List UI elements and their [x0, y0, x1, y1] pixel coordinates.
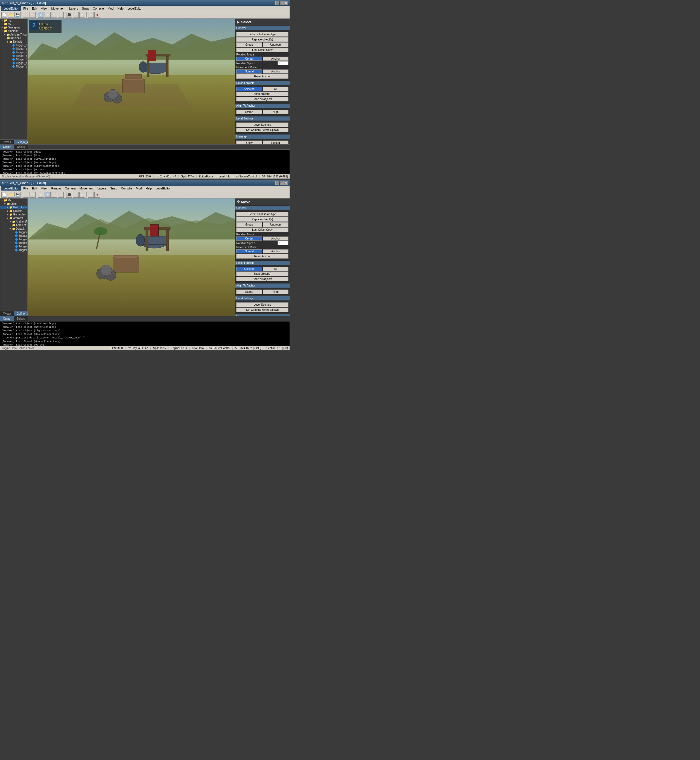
level-settings-btn-2[interactable]: Level Settings [236, 302, 289, 307]
toolbar-undo-1[interactable]: ↩ [23, 12, 29, 18]
toolbar-move-2[interactable]: ✥ [45, 192, 51, 198]
toolbar-new-1[interactable]: 📄 [2, 12, 7, 18]
tree-item[interactable]: ▼📁AmbientE... [0, 36, 27, 40]
tree-item[interactable]: ▼📁Ambient [0, 29, 27, 33]
toolbar-camera-1[interactable]: 🎥 [66, 12, 72, 18]
toolbar-camera-2[interactable]: 🎥 [66, 192, 72, 198]
group-btn-1[interactable]: Group [236, 42, 262, 47]
toolbar-stop-2[interactable]: ■ [94, 192, 100, 198]
tree-item[interactable]: ▼🔷Trigger_birdl_A... [0, 51, 27, 54]
menu-view-1[interactable]: View [39, 6, 49, 11]
normal-radio-1[interactable]: Normal [236, 69, 262, 73]
console-panel-1[interactable]: [Tweaker] Load Object (Road)[Tweaker] Lo… [0, 150, 289, 174]
debug-tab-1[interactable]: Debug [14, 145, 28, 149]
menu-help-2[interactable]: Help [144, 186, 153, 190]
menu-file-2[interactable]: File [22, 186, 30, 190]
tree-item[interactable]: ▼🔷Trigger_birdl_A... [0, 58, 27, 61]
tree-item[interactable]: ▼🔷Trigger_birdl_A... [0, 248, 27, 252]
align-btn-2[interactable]: Align [263, 290, 289, 294]
maximize-btn-1[interactable]: □ [280, 1, 284, 5]
toolbar-undo-2[interactable]: ↩ [23, 192, 29, 198]
viewport-2[interactable] [28, 198, 235, 316]
all-reload-btn-2[interactable]: All [263, 267, 289, 271]
replace-objects-btn-1[interactable]: Replace object(s) [236, 37, 289, 42]
stamp-btn-2[interactable]: Stamp [236, 290, 262, 294]
toolbar-grid-2[interactable]: # [73, 192, 79, 198]
tree-item[interactable]: ▼📁Ambient [0, 216, 27, 220]
toolbar-stop-1[interactable]: ■ [94, 12, 100, 18]
tree-item[interactable]: ▼📁Default [0, 40, 27, 44]
menu-layers-2[interactable]: Layers [96, 186, 108, 190]
toolbar-rotate-1[interactable]: ↻ [51, 12, 57, 18]
menu-compile-1[interactable]: Compile [91, 6, 106, 11]
toolbar-scale-1[interactable]: ⤡ [58, 12, 64, 18]
tree-item[interactable]: ▼📁AmbientTriggers [0, 33, 27, 36]
center-radio-1[interactable]: Center [236, 56, 262, 61]
normal-radio-2[interactable]: Normal [236, 249, 262, 253]
toolbar-open-1[interactable]: 📁 [8, 12, 14, 18]
close-btn-1[interactable]: ✕ [284, 1, 288, 5]
align-btn-1[interactable]: Align [263, 109, 289, 114]
menu-edit-2[interactable]: Edit [30, 186, 39, 190]
tree-item[interactable]: ▼📁Objects [0, 209, 27, 213]
toolbar-select-2[interactable]: ▶ [38, 192, 44, 198]
tree-item[interactable]: ▼🔷Trigger_birdl_A... [0, 47, 27, 51]
anchor-radio-2[interactable]: Anchor [263, 236, 289, 240]
all-reload-btn-1[interactable]: All [263, 87, 289, 91]
ungroup-btn-1[interactable]: Ungroup [263, 42, 289, 47]
anchor-movement-radio-2[interactable]: Anchor [263, 249, 289, 253]
replace-objects-btn-2[interactable]: Replace object(s) [236, 217, 289, 222]
anchor-movement-radio-1[interactable]: Anchor [263, 69, 289, 73]
toolbar-scale-2[interactable]: ⤡ [58, 192, 64, 198]
set-camera-btn-1[interactable]: Set Camera Before Spawn [236, 128, 289, 132]
set-camera-btn-2[interactable]: Set Camera Before Spawn [236, 307, 289, 312]
toolbar-select-1[interactable]: ▶ [38, 12, 44, 18]
toolbar-save-2[interactable]: 💾 [14, 192, 20, 198]
center-radio-2[interactable]: Center [236, 236, 262, 240]
snap-all-btn-1[interactable]: Snap all objects [236, 97, 289, 101]
tree-item[interactable]: ▼🔷Trigger_birdl_A... [0, 241, 27, 245]
tree-item[interactable]: ▼📁Editor [0, 202, 27, 206]
menu-movement-1[interactable]: Movement [50, 6, 67, 11]
rotation-speed-input-2[interactable] [278, 241, 289, 245]
menu-mod-1[interactable]: Mod [106, 6, 115, 11]
minimize-btn-1[interactable]: _ [275, 1, 279, 5]
tree-item[interactable]: ▼📁my_... [0, 22, 27, 26]
debug-tab-2[interactable]: Debug [14, 316, 28, 321]
reset-anchor-btn-2[interactable]: Reset Anchor [236, 254, 289, 259]
menu-leveleditor-2[interactable]: LevelEditor [154, 186, 172, 190]
toolbar-grid-1[interactable]: # [73, 12, 79, 18]
tree-item[interactable]: ▼🔷Trigger_birdl_A... [0, 245, 27, 248]
tree-item[interactable]: ▼📁M2 [0, 198, 27, 202]
toolbar-move-1[interactable]: ✥ [45, 12, 51, 18]
viewport-1[interactable]: 2 ALPHA PROJECT [28, 19, 235, 144]
output-tab-1[interactable]: Output [0, 145, 14, 149]
menu-camera-2[interactable]: Camera [63, 186, 77, 190]
toolbar-new-2[interactable]: 📄 [2, 192, 7, 198]
toolbar-redo-1[interactable]: ↪ [30, 12, 36, 18]
console-panel-2[interactable]: [Tweaker] Load Object (LevelSettings)[Tw… [0, 321, 289, 346]
tree-item[interactable]: ▼📁Gameplay [0, 213, 27, 216]
snap-objects-btn-2[interactable]: Snap object(s) [236, 272, 289, 276]
toolbar-open-2[interactable]: 📁 [8, 192, 14, 198]
menu-movement-2[interactable]: Movement [78, 186, 95, 190]
tree-item[interactable]: ▼📁Gulf_of_Oman [0, 206, 27, 209]
tree-item[interactable]: ▼🔷Trigger_birdl_A... [0, 65, 27, 68]
tree-item[interactable]: ▼📁Gameplay [0, 26, 27, 29]
rotation-speed-input-1[interactable] [278, 61, 289, 66]
reset-anchor-btn-1[interactable]: Reset Anchor [236, 74, 289, 79]
tab-tweak-1[interactable]: Tweak [0, 140, 14, 144]
tree-item[interactable]: ▼📁AmbientTriggers [0, 220, 27, 223]
tree-item[interactable]: ▼🔷Trigger_birdl_A... [0, 44, 27, 47]
close-btn-2[interactable]: ✕ [284, 181, 288, 185]
group-btn-2[interactable]: Group [236, 222, 262, 227]
menu-mod-2[interactable]: Mod [134, 186, 143, 190]
menu-help-1[interactable]: Help [116, 6, 125, 11]
select-same-type-btn-1[interactable]: Select all of same type [236, 32, 289, 37]
selected-reload-btn-1[interactable]: Selected [236, 87, 262, 91]
toolbar-snap-1[interactable]: ⊞ [79, 12, 85, 18]
selected-reload-btn-2[interactable]: Selected [236, 267, 262, 271]
maximize-btn-2[interactable]: □ [280, 181, 284, 185]
last-offset-copy-btn-2[interactable]: Last Offset Copy [236, 228, 289, 232]
last-offset-copy-btn-1[interactable]: Last Offset Copy [236, 48, 289, 52]
